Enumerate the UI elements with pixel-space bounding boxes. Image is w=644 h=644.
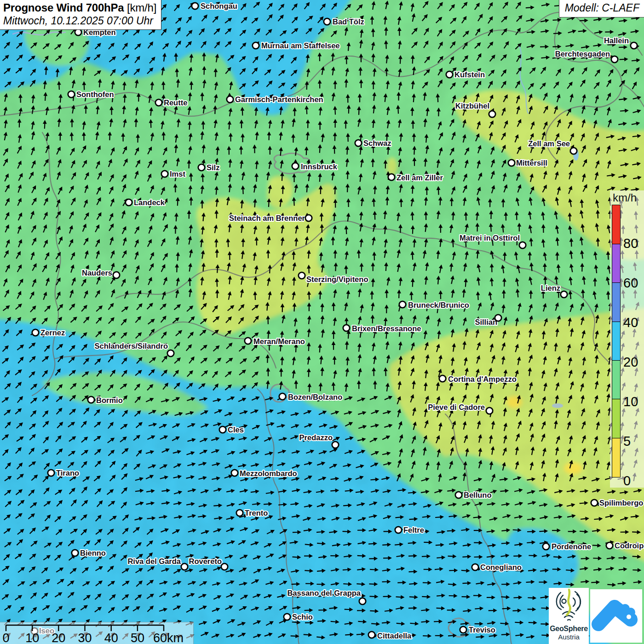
city-label: Zernez (40, 328, 65, 337)
city-label: Kitzbühel (455, 102, 489, 110)
city-dot-icon (368, 632, 375, 638)
city-label: Bormio (96, 396, 123, 404)
city-dot-icon (32, 329, 39, 336)
city-label: Garmisch-Partenkirchen (235, 95, 323, 104)
city-label: Trento (245, 509, 268, 517)
partner-logo (590, 589, 642, 643)
city-marker-codroipo: Codroipo (606, 541, 644, 550)
city-marker-murnau-am-staffelsee: Murnau am Staffelsee (253, 41, 340, 50)
city-marker-meran-merano: Meran/Merano (245, 337, 305, 345)
legend-segment-80+ (612, 205, 621, 244)
city-dot-icon (181, 564, 188, 570)
model-label: Modell: C-LAEF (559, 0, 644, 17)
page-subtitle: Mittwoch, 10.12.2025 07:00 Uhr (3, 15, 156, 27)
city-dot-icon (486, 408, 493, 414)
legend-tick-label: 80 (623, 236, 638, 251)
city-label: Murnau am Staffelsee (261, 41, 340, 50)
city-label: Meran/Merano (253, 337, 305, 345)
city-dot-icon (446, 71, 453, 78)
city-label: Pordenone (552, 542, 591, 551)
city-dot-icon (192, 3, 198, 9)
legend-segment-5-10 (612, 399, 621, 438)
city-dot-icon (167, 350, 174, 356)
scalebar-tick-label: 60km (153, 631, 184, 644)
legend-unit-label: km/h (613, 191, 637, 204)
city-dot-icon (543, 543, 549, 550)
city-dot-icon (324, 18, 330, 25)
page-title-unit: [km/h] (124, 1, 157, 14)
city-label: Landeck (134, 198, 165, 207)
geosphere-logo-subtext: Austria (549, 633, 589, 641)
city-label: Cittadella (377, 632, 412, 640)
city-label: Conegliano (480, 563, 522, 571)
city-dot-icon (245, 338, 251, 344)
city-dot-icon (72, 550, 78, 556)
city-marker-kufstein: Kufstein (446, 70, 485, 79)
city-dot-icon (508, 160, 515, 166)
city-marker-bienno: Bienno (72, 549, 106, 557)
scalebar-ruler: 0102030405060km (0, 622, 193, 644)
city-dot-icon (113, 272, 120, 278)
city-marker-garmisch-partenkirchen: Garmisch-Partenkirchen (227, 95, 323, 104)
city-marker-cortina-d-ampezzo: Cortina d'Ampezzo (439, 375, 517, 383)
city-label: Schwaz (363, 139, 391, 147)
city-label: Sterzing/Vipiteno (306, 275, 368, 283)
city-dot-icon (227, 96, 233, 103)
city-label: Nauders (82, 269, 112, 277)
city-dot-icon (253, 42, 259, 49)
city-label: Schongau (201, 2, 237, 10)
city-marker-silz: Silz (198, 163, 220, 172)
city-label: Zell am See (528, 139, 570, 148)
city-label: Cortina d'Ampezzo (448, 375, 517, 383)
city-marker-zernez: Zernez (32, 328, 65, 337)
city-dot-icon (292, 163, 299, 169)
title-box: Prognose Wind 700hPa [km/h] Mittwoch, 10… (0, 0, 161, 30)
city-dot-icon (606, 542, 613, 549)
city-marker-cles: Cles (219, 426, 244, 434)
city-label: Bozen/Bolzano (288, 393, 342, 401)
city-marker-trento: Trento (236, 509, 268, 517)
city-dot-icon (231, 470, 238, 476)
city-dot-icon (299, 272, 305, 279)
city-label: Bruneck/Brunico (408, 301, 469, 309)
city-label: Codroipo (615, 541, 644, 550)
city-marker-tirano: Tirano (48, 469, 79, 477)
city-label: Brixen/Bressanone (352, 324, 421, 333)
city-marker-mittersill: Mittersill (508, 159, 547, 167)
city-dot-icon (570, 148, 577, 154)
scalebar-tick-label: 10 (25, 631, 39, 644)
city-label: Schlanders/Silandro (94, 342, 168, 350)
city-label: Bad Tölz (333, 17, 364, 26)
city-dot-icon (355, 140, 362, 146)
city-dot-icon (519, 242, 526, 248)
legend-segment-60-80 (612, 244, 621, 283)
city-marker-reutte: Reutte (155, 98, 188, 107)
city-dot-icon (236, 510, 243, 516)
city-label: Bassano del Grappa (287, 589, 361, 597)
city-dot-icon (343, 325, 350, 331)
city-dot-icon (279, 393, 286, 400)
geosphere-logo-text: GeoSphere (549, 625, 589, 633)
city-dot-icon (631, 42, 637, 49)
city-marker-schio: Schio (284, 613, 313, 621)
city-dot-icon (219, 426, 226, 433)
city-dot-icon (395, 527, 402, 533)
city-label: Spilimbergo (599, 499, 643, 507)
city-dot-icon (611, 56, 618, 63)
page-title-main: Prognose Wind 700hPa (3, 1, 124, 14)
city-label: Mittersill (516, 159, 547, 167)
city-label: Innsbruck (301, 162, 338, 171)
city-dot-icon (460, 627, 466, 633)
city-label: Hallein (604, 36, 629, 45)
city-label: Imst (170, 170, 185, 178)
city-dot-icon (439, 375, 446, 382)
city-label: Predazzo (299, 433, 333, 442)
city-label: Riva del Garda (127, 557, 181, 565)
geosphere-austria-logo: GeoSphere Austria (549, 588, 589, 644)
city-dot-icon (561, 291, 567, 298)
city-label: Steinach am Brenner (229, 214, 305, 222)
legend-tick-label: 0 (623, 473, 631, 489)
city-label: Sonthofen (76, 90, 114, 98)
city-dot-icon (332, 442, 339, 448)
city-dot-icon (388, 174, 395, 180)
